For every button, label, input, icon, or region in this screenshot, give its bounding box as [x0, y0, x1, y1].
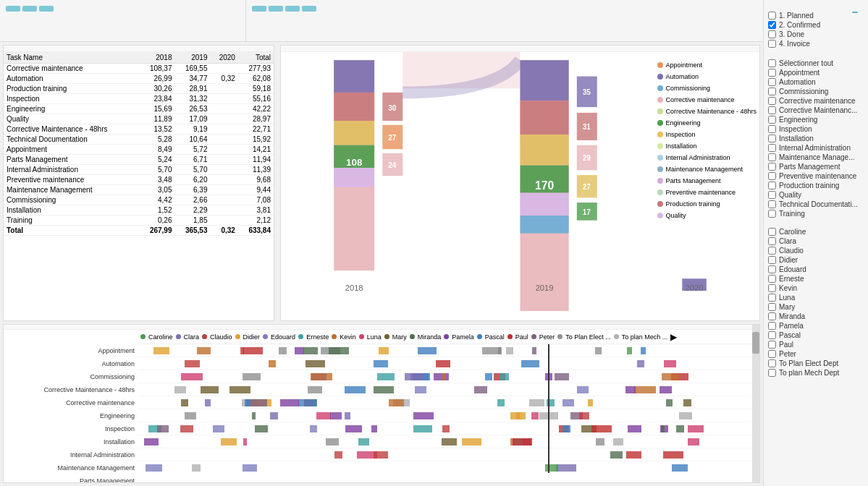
resource-checkbox[interactable]: [768, 237, 776, 245]
resource-item[interactable]: Paul: [768, 341, 864, 349]
timeline-row-label: Installation: [4, 435, 138, 448]
task-name-checkbox[interactable]: [768, 182, 776, 189]
legend-dot: [657, 189, 663, 195]
task-name-item[interactable]: Automation: [768, 78, 864, 86]
resource-item[interactable]: Mary: [768, 303, 864, 311]
task-name-checkbox[interactable]: [768, 88, 776, 95]
resource-checkbox[interactable]: [768, 359, 776, 367]
resource-item[interactable]: Clara: [768, 237, 864, 245]
year-2020-btn[interactable]: [39, 6, 54, 12]
task-name-cell: Corrective Maintenance - 48hrs: [4, 124, 139, 135]
legend-dot: [657, 132, 663, 137]
resource-item[interactable]: Caroline: [768, 228, 864, 236]
task-name-item[interactable]: Sélectionner tout: [768, 59, 864, 67]
resource-item[interactable]: Pascal: [768, 331, 864, 339]
task-name-item[interactable]: Parts Management: [768, 163, 864, 171]
year-filter-section: [0, 0, 246, 41]
task-name-checkbox[interactable]: [768, 191, 776, 199]
resource-item[interactable]: Edouard: [768, 265, 864, 273]
resource-checkbox[interactable]: [768, 312, 776, 320]
task-name-item[interactable]: Inspection: [768, 125, 864, 133]
task-status-item[interactable]: 3. Done: [768, 30, 864, 38]
resource-item[interactable]: To plan Mech Dept: [768, 369, 864, 377]
task-name-checkbox[interactable]: [768, 106, 776, 114]
resource-item[interactable]: Didier: [768, 256, 864, 264]
task-name-item[interactable]: Corrective Maintenanc...: [768, 106, 864, 114]
task-name-item[interactable]: Internal Administration: [768, 144, 864, 152]
task-name-item[interactable]: Training: [768, 210, 864, 218]
task-status-checkboxes: 1. Planned2. Confirmed3. Done4. Invoice: [768, 12, 864, 49]
task-status-checkbox[interactable]: [768, 12, 776, 20]
quarter-3-btn[interactable]: [285, 6, 300, 12]
resources-scroll-arrow[interactable]: ▶: [670, 332, 677, 342]
resource-checkbox[interactable]: [768, 341, 776, 349]
timeline-bar: [442, 373, 446, 380]
resource-item[interactable]: Pamela: [768, 322, 864, 330]
task-name-checkbox[interactable]: [768, 172, 776, 180]
task-name-checkbox[interactable]: [768, 144, 776, 152]
resource-item[interactable]: Miranda: [768, 312, 864, 320]
year-2018-btn[interactable]: [6, 6, 20, 12]
task-name-checkbox[interactable]: [768, 163, 776, 171]
resource-checkbox[interactable]: [768, 247, 776, 255]
task-name-item[interactable]: Engineering: [768, 116, 864, 124]
resource-checkbox[interactable]: [768, 331, 776, 339]
task-name-item[interactable]: Installation: [768, 135, 864, 142]
resource-checkbox[interactable]: [768, 369, 776, 377]
resource-checkbox[interactable]: [768, 256, 776, 264]
resource-dot: [332, 334, 337, 339]
task-status-item[interactable]: 1. Planned: [768, 12, 864, 20]
task-name-item[interactable]: Production training: [768, 182, 864, 189]
task-status-item[interactable]: 2. Confirmed: [768, 21, 864, 29]
task-name-checkbox[interactable]: [768, 97, 776, 105]
task-name-item[interactable]: Technical Documentati...: [768, 200, 864, 208]
task-name-checkbox[interactable]: [768, 125, 776, 133]
task-status-checkbox[interactable]: [768, 40, 776, 48]
quarter-2-btn[interactable]: [269, 6, 283, 12]
timeline-bar-row: [138, 435, 759, 448]
resource-item[interactable]: Kevin: [768, 284, 864, 292]
task-status-checkbox[interactable]: [768, 21, 776, 29]
resource-checkbox[interactable]: [768, 294, 776, 302]
year-2019-btn[interactable]: [22, 6, 37, 12]
task-name-checkbox[interactable]: [768, 210, 776, 218]
task-name-item[interactable]: Commissioning: [768, 88, 864, 95]
task-name-checkbox[interactable]: [768, 200, 776, 208]
timeline-bar: [555, 373, 569, 380]
task-name-checkbox[interactable]: [768, 135, 776, 142]
resource-item[interactable]: Erneste: [768, 275, 864, 283]
quarter-4-btn[interactable]: [302, 6, 316, 12]
resource-item[interactable]: Claudio: [768, 247, 864, 255]
right-sidebar: 1. Planned2. Confirmed3. Done4. Invoice …: [763, 0, 868, 486]
resource-checkbox[interactable]: [768, 228, 776, 236]
timeline-scrollbar[interactable]: [752, 325, 759, 482]
task-name-item[interactable]: Corrective maintenance: [768, 97, 864, 105]
resource-item[interactable]: To Plan Elect Dept: [768, 359, 864, 367]
timeline-row-label: Corrective Maintenance - 48hrs: [4, 383, 138, 396]
svg-rect-16: [521, 135, 569, 166]
resource-label: Edouard: [779, 265, 806, 273]
task-name-checkbox[interactable]: [768, 59, 776, 67]
task-name-item[interactable]: Preventive maintenance: [768, 172, 864, 180]
resource-item[interactable]: Luna: [768, 294, 864, 302]
resource-checkbox[interactable]: [768, 265, 776, 273]
task-name-item[interactable]: Appointment: [768, 69, 864, 77]
task-status-item[interactable]: 4. Invoice: [768, 40, 864, 48]
task-name-checkbox[interactable]: [768, 78, 776, 86]
task-name-checkbox[interactable]: [768, 69, 776, 77]
resource-item[interactable]: Peter: [768, 350, 864, 358]
resource-checkbox[interactable]: [768, 275, 776, 283]
task-status-checkbox[interactable]: [768, 30, 776, 38]
task-name-item[interactable]: Maintenance Manage...: [768, 153, 864, 161]
resource-checkbox[interactable]: [768, 284, 776, 292]
task-name-checkbox[interactable]: [768, 153, 776, 161]
resource-checkbox[interactable]: [768, 350, 776, 358]
task-name-cell: Corrective maintenance: [4, 64, 139, 74]
resource-checkbox[interactable]: [768, 322, 776, 330]
task-name-checkbox[interactable]: [768, 116, 776, 124]
resource-checkbox[interactable]: [768, 303, 776, 311]
value-cell: 8,49: [139, 145, 174, 155]
timeline-scrollbar-thumb[interactable]: [752, 332, 759, 354]
quarter-1-btn[interactable]: [252, 6, 266, 12]
task-name-item[interactable]: Quality: [768, 191, 864, 199]
